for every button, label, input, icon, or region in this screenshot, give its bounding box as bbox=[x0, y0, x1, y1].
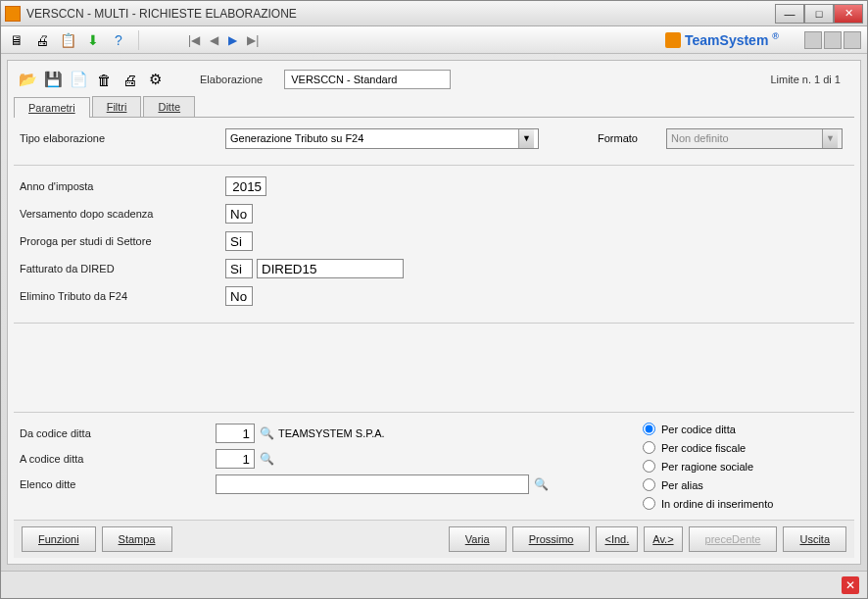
elimino-label: Elimino Tributo da F24 bbox=[20, 290, 225, 302]
tabs: Parametri Filtri Ditte bbox=[14, 96, 854, 118]
window-buttons: — □ ✕ bbox=[775, 4, 863, 24]
funzioni-button[interactable]: Funzioni bbox=[22, 526, 96, 552]
stampa-button[interactable]: Stampa bbox=[102, 526, 172, 552]
brand-text: TeamSystem bbox=[685, 32, 768, 48]
chevron-down-icon: ▼ bbox=[518, 129, 534, 148]
radio-codice-fiscale[interactable]: Per codice fiscale bbox=[643, 441, 848, 454]
toolbar-main: 🖥 🖨 📋 ⬇ ? |◀ ◀ ▶ ▶| TeamSystem® bbox=[1, 26, 867, 54]
tipo-elab-value: Generazione Tributo su F24 bbox=[230, 132, 518, 144]
brand-reg: ® bbox=[772, 31, 779, 41]
formato-dropdown: Non definito ▼ bbox=[666, 128, 843, 149]
versamento-label: Versamento dopo scadenza bbox=[20, 208, 225, 220]
print2-icon[interactable]: 🖨 bbox=[120, 70, 139, 89]
da-codice-label: Da codice ditta bbox=[20, 427, 216, 439]
radio-group: Per codice ditta Per codice fiscale Per … bbox=[623, 423, 848, 510]
prossimo-button[interactable]: Prossimo bbox=[512, 526, 591, 552]
titlebar: VERSCCN - MULTI - RICHIESTE ELABORAZIONE… bbox=[1, 1, 867, 26]
document-icon[interactable]: 📄 bbox=[69, 70, 88, 89]
elaborazione-field[interactable]: VERSCCN - Standard bbox=[284, 70, 451, 89]
tab-ditte[interactable]: Ditte bbox=[143, 96, 195, 117]
da-codice-name: TEAMSYSTEM S.P.A. bbox=[278, 427, 385, 439]
formato-value: Non definito bbox=[671, 132, 822, 144]
statusbar: ✕ bbox=[1, 571, 867, 598]
formato-label: Formato bbox=[598, 132, 666, 144]
radio-alias[interactable]: Per alias bbox=[643, 478, 848, 491]
search-icon[interactable]: 🔍 bbox=[259, 425, 274, 441]
fatturato-text-input[interactable] bbox=[257, 259, 404, 278]
anno-label: Anno d'imposta bbox=[20, 180, 225, 192]
monitor-icon[interactable]: 🖥 bbox=[7, 30, 26, 50]
elenco-input[interactable] bbox=[216, 474, 529, 494]
ind-button[interactable]: <Ind. bbox=[596, 526, 638, 552]
status-close-icon[interactable]: ✕ bbox=[842, 576, 859, 594]
lower-left: Da codice ditta 🔍 TEAMSYSTEM S.P.A. A co… bbox=[20, 423, 623, 510]
precedente-button: preceDente bbox=[689, 526, 778, 552]
folder-open-icon[interactable]: 📂 bbox=[18, 70, 37, 89]
gear-icon[interactable]: ⚙ bbox=[145, 70, 165, 89]
fatturato-label: Fatturato da DIRED bbox=[20, 263, 225, 275]
proroga-label: Proroga per studi di Settore bbox=[20, 235, 225, 247]
anno-input[interactable] bbox=[225, 176, 266, 196]
panel-top: Tipo elaborazione Generazione Tributo su… bbox=[14, 118, 854, 166]
tipo-elab-dropdown[interactable]: Generazione Tributo su F24 ▼ bbox=[225, 128, 539, 149]
search-icon[interactable]: 🔍 bbox=[533, 476, 549, 492]
close-button[interactable]: ✕ bbox=[834, 4, 863, 24]
app-window: VERSCCN - MULTI - RICHIESTE ELABORAZIONE… bbox=[0, 0, 868, 599]
nav-first-icon[interactable]: |◀ bbox=[188, 33, 200, 47]
brand-logo: TeamSystem® bbox=[665, 32, 779, 48]
nav-prev-icon[interactable]: ◀ bbox=[210, 33, 218, 47]
uscita-button[interactable]: Uscita bbox=[783, 526, 846, 552]
delete-icon[interactable]: 🗑 bbox=[94, 70, 114, 89]
nav-next-icon[interactable]: ▶ bbox=[228, 33, 237, 47]
help-icon[interactable]: ? bbox=[109, 30, 128, 50]
clipboard-icon[interactable]: 📋 bbox=[58, 30, 77, 50]
brand-icon bbox=[665, 32, 681, 48]
search-icon[interactable]: 🔍 bbox=[259, 451, 274, 467]
av-button[interactable]: Av.> bbox=[644, 526, 682, 552]
tab-parametri[interactable]: Parametri bbox=[14, 97, 90, 118]
buttons-bar: Funzioni Stampa Varia Prossimo <Ind. Av.… bbox=[14, 520, 854, 558]
panel-icons bbox=[804, 31, 861, 49]
nav-last-icon[interactable]: ▶| bbox=[247, 33, 259, 47]
radio-ragione-sociale[interactable]: Per ragione sociale bbox=[643, 460, 848, 473]
fatturato-input[interactable] bbox=[225, 259, 253, 278]
print-icon[interactable]: 🖨 bbox=[32, 30, 52, 50]
content-area: 📂 💾 📄 🗑 🖨 ⚙ Elaborazione VERSCCN - Stand… bbox=[7, 60, 861, 565]
spacer bbox=[14, 324, 854, 412]
elaborazione-label: Elaborazione bbox=[200, 74, 263, 85]
da-codice-input[interactable] bbox=[216, 424, 255, 443]
chevron-down-icon: ▼ bbox=[822, 129, 838, 148]
export-icon[interactable]: ⬇ bbox=[83, 30, 103, 50]
versamento-input[interactable] bbox=[225, 204, 253, 224]
tipo-elab-label: Tipo elaborazione bbox=[20, 132, 225, 144]
radio-ordine-inserimento[interactable]: In ordine di inserimento bbox=[643, 497, 848, 510]
panel-icon-3[interactable] bbox=[844, 31, 861, 49]
maximize-button[interactable]: □ bbox=[804, 4, 834, 24]
save-icon[interactable]: 💾 bbox=[43, 70, 63, 89]
separator bbox=[138, 30, 139, 50]
elenco-label: Elenco ditte bbox=[20, 478, 216, 490]
minimize-button[interactable]: — bbox=[775, 4, 804, 24]
limite-label: Limite n. 1 di 1 bbox=[770, 74, 841, 85]
elimino-input[interactable] bbox=[225, 286, 253, 306]
panel-icon-1[interactable] bbox=[804, 31, 822, 49]
app-icon bbox=[5, 6, 21, 22]
panel-icon-2[interactable] bbox=[824, 31, 842, 49]
panel-lower: Da codice ditta 🔍 TEAMSYSTEM S.P.A. A co… bbox=[14, 412, 854, 520]
a-codice-label: A codice ditta bbox=[20, 453, 216, 465]
panel-fields: Anno d'imposta Versamento dopo scadenza … bbox=[14, 166, 854, 324]
a-codice-input[interactable] bbox=[216, 449, 255, 469]
window-title: VERSCCN - MULTI - RICHIESTE ELABORAZIONE bbox=[26, 7, 775, 21]
nav-group: |◀ ◀ ▶ ▶| bbox=[188, 33, 259, 47]
proroga-input[interactable] bbox=[225, 231, 253, 251]
radio-codice-ditta[interactable]: Per codice ditta bbox=[643, 423, 848, 435]
varia-button[interactable]: Varia bbox=[449, 526, 506, 552]
tab-filtri[interactable]: Filtri bbox=[92, 96, 142, 117]
toolbar-secondary: 📂 💾 📄 🗑 🖨 ⚙ Elaborazione VERSCCN - Stand… bbox=[14, 67, 854, 92]
